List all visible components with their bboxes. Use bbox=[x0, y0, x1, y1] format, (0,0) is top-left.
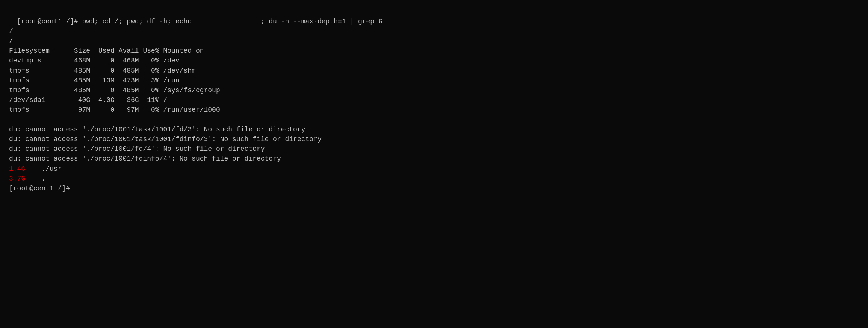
du-usr-path: ./usr bbox=[25, 165, 62, 173]
df-tmpfs2-line: tmpfs 485M 13M 473M 3% /run bbox=[9, 76, 859, 85]
du-root-line: 3.7G . bbox=[9, 174, 859, 184]
du-error-1: du: cannot access './proc/1001/task/1001… bbox=[9, 125, 859, 134]
du-error-3: du: cannot access './proc/1001/fd/4': No… bbox=[9, 144, 859, 154]
command-text: [root@cent1 /]# pwd; cd /; pwd; df -h; e… bbox=[17, 18, 383, 25]
df-tmpfs3-line: tmpfs 485M 0 485M 0% /sys/fs/cgroup bbox=[9, 85, 859, 95]
du-root-path: . bbox=[25, 175, 45, 182]
df-sda1-line: /dev/sda1 40G 4.0G 36G 11% / bbox=[9, 95, 859, 105]
pwd-output-1: / bbox=[9, 26, 859, 36]
du-usr-size: 1.4G bbox=[9, 165, 25, 173]
df-tmpfs1-line: tmpfs 485M 0 485M 0% /dev/shm bbox=[9, 66, 859, 76]
df-header-line: Filesystem Size Used Avail Use% Mounted … bbox=[9, 46, 859, 56]
echo-separator-line: ________________ bbox=[9, 115, 859, 125]
pwd-output-2: / bbox=[9, 36, 859, 46]
command-line: [root@cent1 /]# pwd; cd /; pwd; df -h; e… bbox=[9, 7, 859, 26]
df-tmpfs4-line: tmpfs 97M 0 97M 0% /run/user/1000 bbox=[9, 105, 859, 115]
df-devtmpfs-line: devtmpfs 468M 0 468M 0% /dev bbox=[9, 56, 859, 65]
du-error-4: du: cannot access './proc/1001/fdinfo/4'… bbox=[9, 154, 859, 164]
final-prompt-line: [root@cent1 /]# bbox=[9, 184, 859, 193]
du-root-size: 3.7G bbox=[9, 175, 25, 182]
du-error-2: du: cannot access './proc/1001/task/1001… bbox=[9, 134, 859, 144]
du-usr-line: 1.4G ./usr bbox=[9, 164, 859, 174]
